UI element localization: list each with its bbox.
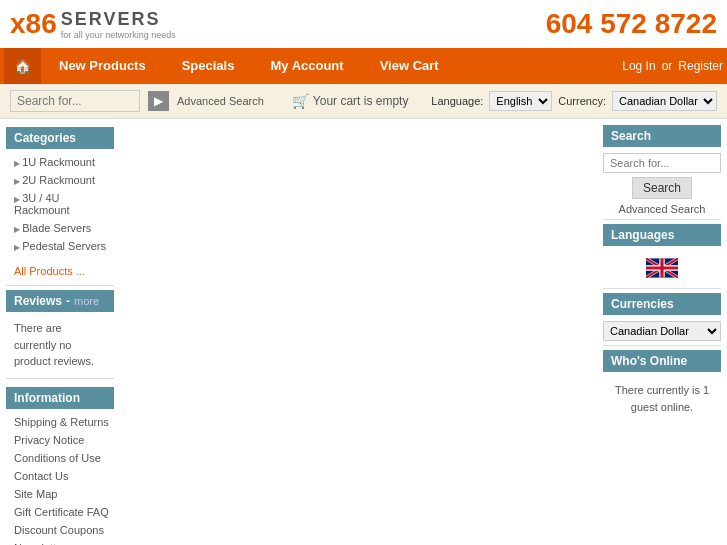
right-sidebar: Search Search Advanced Search Languages … [597, 119, 727, 545]
cart-text: Your cart is empty [313, 94, 409, 108]
categories-header: Categories [6, 127, 114, 149]
info-discount[interactable]: Discount Coupons [14, 524, 104, 536]
phone-prefix: 604 [546, 8, 601, 39]
nav-bar: 🏠 New Products Specials My Account View … [0, 48, 727, 84]
reviews-more-link[interactable]: more [74, 295, 99, 307]
info-privacy[interactable]: Privacy Notice [14, 434, 84, 446]
info-shipping[interactable]: Shipping & Returns [14, 416, 109, 428]
currency-lang-bar: Language: English Currency: Canadian Dol… [431, 91, 717, 111]
list-item: Conditions of Use [6, 449, 114, 467]
phone-number: 604 572 8722 [546, 8, 717, 40]
list-item: 1U Rackmount [6, 153, 114, 171]
logo: x86 SERVERS for all your networking need… [10, 8, 176, 40]
right-divider-2 [603, 288, 721, 289]
language-label: Language: [431, 95, 483, 107]
category-pedestal-servers[interactable]: Pedestal Servers [22, 240, 106, 252]
category-blade-servers[interactable]: Blade Servers [22, 222, 91, 234]
uk-flag-icon [646, 258, 678, 278]
list-item: Discount Coupons [6, 521, 114, 539]
information-header: Information [6, 387, 114, 409]
info-conditions[interactable]: Conditions of Use [14, 452, 101, 464]
right-divider-1 [603, 219, 721, 220]
categories-list: 1U Rackmount 2U Rackmount 3U / 4U Rackmo… [6, 153, 114, 255]
list-item: 2U Rackmount [6, 171, 114, 189]
nav-or-label: or [662, 59, 673, 73]
advanced-search-link[interactable]: Advanced Search [177, 95, 264, 107]
currency-select-right[interactable]: Canadian Dollar [603, 321, 721, 341]
list-item: 3U / 4U Rackmount [6, 189, 114, 219]
search-bar: ▶ Advanced Search 🛒 Your cart is empty L… [0, 84, 727, 119]
info-newsletter[interactable]: Newsletter Unsubscribe [14, 542, 75, 546]
nav-item-new-products[interactable]: New Products [41, 48, 164, 84]
main-layout: Categories 1U Rackmount 2U Rackmount 3U … [0, 119, 727, 545]
right-advanced-search-link[interactable]: Advanced Search [603, 203, 721, 215]
right-search-input[interactable] [603, 153, 721, 173]
main-content [120, 119, 597, 545]
languages-header: Languages [603, 224, 721, 246]
category-1u-rackmount[interactable]: 1U Rackmount [22, 156, 95, 168]
main-search-button[interactable]: ▶ [148, 91, 169, 111]
nav-item-my-account[interactable]: My Account [252, 48, 361, 84]
phone-main: 572 8722 [600, 8, 717, 39]
list-item: Site Map [6, 485, 114, 503]
logo-x86: x86 [10, 8, 57, 40]
list-item: Blade Servers [6, 219, 114, 237]
divider-1 [6, 285, 114, 286]
divider-2 [6, 378, 114, 379]
right-divider-3 [603, 345, 721, 346]
right-search-header: Search [603, 125, 721, 147]
list-item: Shipping & Returns [6, 413, 114, 431]
category-2u-rackmount[interactable]: 2U Rackmount [22, 174, 95, 186]
category-3u-4u-rackmount[interactable]: 3U / 4U Rackmount [14, 192, 70, 216]
nav-auth: Log In or Register [622, 59, 723, 73]
nav-item-specials[interactable]: Specials [164, 48, 253, 84]
whos-online-header: Who's Online [603, 350, 721, 372]
main-search-input[interactable] [10, 90, 140, 112]
whos-online-text: There currently is 1 guest online. [603, 378, 721, 419]
header: x86 SERVERS for all your networking need… [0, 0, 727, 48]
flag-area [603, 252, 721, 284]
reviews-header: Reviews - more [6, 290, 114, 312]
cart-area: 🛒 Your cart is empty [292, 93, 409, 109]
reviews-text: There are currently no product reviews. [6, 316, 114, 374]
currency-label: Currency: [558, 95, 606, 107]
info-sitemap[interactable]: Site Map [14, 488, 57, 500]
cart-icon: 🛒 [292, 93, 309, 109]
nav-home-button[interactable]: 🏠 [4, 48, 41, 84]
list-item: Privacy Notice [6, 431, 114, 449]
logo-servers-text: SERVERS [61, 9, 176, 30]
list-item: Newsletter Unsubscribe [6, 539, 114, 546]
currency-select-top[interactable]: Canadian Dollar [612, 91, 717, 111]
info-links-list: Shipping & Returns Privacy Notice Condit… [6, 413, 114, 546]
info-contact[interactable]: Contact Us [14, 470, 68, 482]
nav-item-view-cart[interactable]: View Cart [362, 48, 457, 84]
logo-servers-block: SERVERS for all your networking needs [61, 9, 176, 40]
logo-tagline: for all your networking needs [61, 30, 176, 40]
list-item: Contact Us [6, 467, 114, 485]
currencies-header: Currencies [603, 293, 721, 315]
nav-login-link[interactable]: Log In [622, 59, 655, 73]
nav-register-link[interactable]: Register [678, 59, 723, 73]
right-search-button[interactable]: Search [632, 177, 692, 199]
language-select[interactable]: English [489, 91, 552, 111]
info-gift-cert[interactable]: Gift Certificate FAQ [14, 506, 109, 518]
list-item: Pedestal Servers [6, 237, 114, 255]
list-item: Gift Certificate FAQ [6, 503, 114, 521]
reviews-title: Reviews [14, 294, 62, 308]
all-products-link[interactable]: All Products ... [6, 261, 114, 281]
left-sidebar: Categories 1U Rackmount 2U Rackmount 3U … [0, 119, 120, 545]
